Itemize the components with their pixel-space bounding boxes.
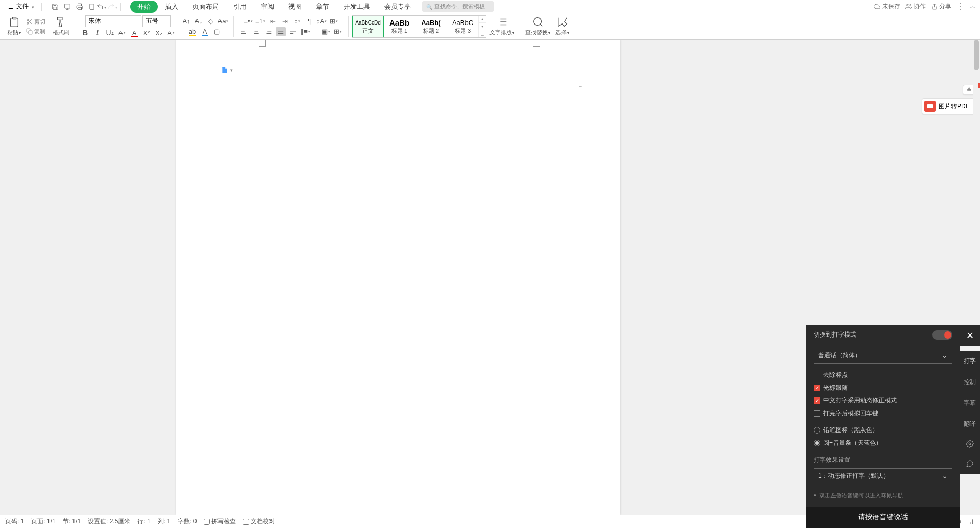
shrink-font-button[interactable]: A↓ xyxy=(193,17,204,26)
document-nav-icon[interactable] xyxy=(221,66,233,74)
shading-button[interactable]: ▣ xyxy=(321,27,331,36)
document-page[interactable] xyxy=(176,40,620,515)
file-menu[interactable]: 文件 xyxy=(4,1,38,12)
underline-button[interactable]: U xyxy=(105,28,115,37)
styles-down[interactable]: ▾ xyxy=(479,23,486,30)
save-icon[interactable] xyxy=(51,3,59,11)
redo-icon[interactable] xyxy=(107,3,115,11)
collapse-ribbon-icon[interactable]: ︿ xyxy=(970,2,976,11)
status-page-num[interactable]: 页码: 1 xyxy=(5,517,24,526)
wrap-button[interactable]: ⊞ xyxy=(329,17,339,26)
font-color2-button[interactable]: A xyxy=(200,27,210,36)
borders-button[interactable]: ⊞ xyxy=(333,27,343,36)
text-effect-button[interactable]: A xyxy=(166,28,176,37)
tab-sections[interactable]: 章节 xyxy=(309,0,336,13)
tab-layout[interactable]: 页面布局 xyxy=(185,0,226,13)
format-painter-button[interactable]: 格式刷 xyxy=(51,15,71,37)
subscript-button[interactable]: X₂ xyxy=(154,28,164,37)
search-commands[interactable]: 查找命令、搜索模板 xyxy=(422,1,494,12)
clear-format-button[interactable]: ◇ xyxy=(206,17,216,26)
radio-pencil-icon[interactable]: 铅笔图标（黑灰色） xyxy=(814,426,952,435)
tab-view[interactable]: 视图 xyxy=(281,0,309,13)
more-icon[interactable]: ⋮ xyxy=(957,2,965,11)
redo-dropdown[interactable] xyxy=(115,3,117,10)
paste-button[interactable]: 粘贴 xyxy=(5,15,23,37)
outline-button[interactable]: 文字排版 xyxy=(487,15,517,37)
voice-tab-control[interactable]: 控制 xyxy=(960,372,980,393)
voice-settings-icon[interactable] xyxy=(960,435,980,454)
sort-button[interactable]: ↕ xyxy=(292,17,302,26)
print-icon[interactable] xyxy=(76,3,84,11)
share-button[interactable]: 分享 xyxy=(931,2,951,11)
page-setup-icon[interactable] xyxy=(88,3,96,11)
proofread-toggle[interactable]: 文档校对 xyxy=(243,517,275,526)
voice-tab-translate[interactable]: 翻译 xyxy=(960,414,980,435)
tab-insert[interactable]: 插入 xyxy=(158,0,185,13)
scrollbar-thumb[interactable] xyxy=(974,40,979,70)
image-to-pdf-button[interactable]: 图片转PDF xyxy=(922,98,975,114)
voice-tab-type[interactable]: 打字 xyxy=(960,351,980,372)
tab-review[interactable]: 审阅 xyxy=(254,0,281,13)
radio-circle-volume[interactable]: 圆+音量条（天蓝色） xyxy=(814,439,952,447)
status-page[interactable]: 页面: 1/1 xyxy=(31,517,55,526)
change-case-button[interactable]: Aa xyxy=(218,17,228,26)
align-distribute-button[interactable] xyxy=(288,27,298,36)
style-h3[interactable]: AaBbC 标题 3 xyxy=(447,16,479,37)
align-right-button[interactable] xyxy=(263,27,274,36)
settings-icon[interactable] xyxy=(967,518,975,526)
voice-chat-icon[interactable] xyxy=(960,454,980,474)
print-preview-icon[interactable] xyxy=(63,3,71,11)
style-body[interactable]: AaBbCcDd 正文 xyxy=(352,16,384,37)
status-words[interactable]: 字数: 0 xyxy=(178,517,197,526)
styles-up[interactable]: ▴ xyxy=(479,16,486,23)
select-button[interactable]: 选择 xyxy=(553,15,571,37)
bullets-button[interactable]: ≡• xyxy=(243,17,253,26)
tab-member[interactable]: 会员专享 xyxy=(377,0,418,13)
voice-mode-toggle[interactable] xyxy=(932,330,952,340)
font-name-select[interactable]: 宋体 xyxy=(85,15,141,27)
voice-tab-subtitle[interactable]: 字幕 xyxy=(960,393,980,414)
line-spacing-button[interactable]: ‖≡ xyxy=(300,27,310,36)
status-section[interactable]: 节: 1/1 xyxy=(63,517,81,526)
style-h2[interactable]: AaBb( 标题 2 xyxy=(415,16,447,37)
font-color-button[interactable]: A xyxy=(129,28,139,37)
undo-dropdown[interactable] xyxy=(104,3,106,10)
spell-check-toggle[interactable]: 拼写检查 xyxy=(204,517,236,526)
voice-effect-select[interactable]: 1：动态修正打字（默认） xyxy=(814,468,952,484)
styles-expand[interactable]: ⎯ xyxy=(479,30,486,37)
status-col[interactable]: 列: 1 xyxy=(158,517,170,526)
grow-font-button[interactable]: A↑ xyxy=(181,17,191,26)
check-dynamic-correct[interactable]: ✓中文打字采用动态修正模式 xyxy=(814,396,952,405)
align-justify-button[interactable] xyxy=(276,27,286,36)
numbering-button[interactable]: ≡1 xyxy=(255,17,265,26)
status-line[interactable]: 行: 1 xyxy=(137,517,150,526)
collab-button[interactable]: 协作 xyxy=(905,2,926,11)
undo-icon[interactable] xyxy=(96,3,104,11)
check-cursor-follow[interactable]: ✓光标跟随 xyxy=(814,383,952,392)
close-button[interactable]: ✕ xyxy=(960,325,980,346)
voice-language-select[interactable]: 普通话（简体） xyxy=(814,348,952,364)
show-marks-button[interactable]: ¶ xyxy=(304,17,314,26)
italic-button[interactable]: I xyxy=(92,28,103,37)
text-direction-button[interactable]: ↕A xyxy=(316,17,327,26)
find-replace-button[interactable]: 查找替换 xyxy=(523,15,552,37)
unsaved-status[interactable]: 未保存 xyxy=(874,2,900,11)
align-left-button[interactable] xyxy=(239,27,249,36)
superscript-button[interactable]: X² xyxy=(141,28,152,37)
cut-button[interactable]: 剪切 xyxy=(24,17,47,26)
decrease-indent-button[interactable]: ⇤ xyxy=(267,17,278,26)
char-border-button[interactable]: ▢ xyxy=(212,27,222,36)
tab-references[interactable]: 引用 xyxy=(226,0,254,13)
copy-button[interactable]: 复制 xyxy=(24,27,47,36)
align-center-button[interactable] xyxy=(251,27,261,36)
check-remove-punct[interactable]: 去除标点 xyxy=(814,371,952,379)
font-size-select[interactable]: 五号 xyxy=(142,15,171,27)
increase-indent-button[interactable]: ⇥ xyxy=(280,17,290,26)
tab-dev[interactable]: 开发工具 xyxy=(336,0,377,13)
strikethrough-button[interactable]: A̶ xyxy=(117,28,127,37)
bold-button[interactable]: B xyxy=(80,28,90,37)
style-h1[interactable]: AaBb 标题 1 xyxy=(384,16,415,37)
highlight-button[interactable]: ab xyxy=(187,27,198,36)
check-simulate-enter[interactable]: 打完字后模拟回车键 xyxy=(814,409,952,418)
tab-start[interactable]: 开始 xyxy=(130,1,158,13)
